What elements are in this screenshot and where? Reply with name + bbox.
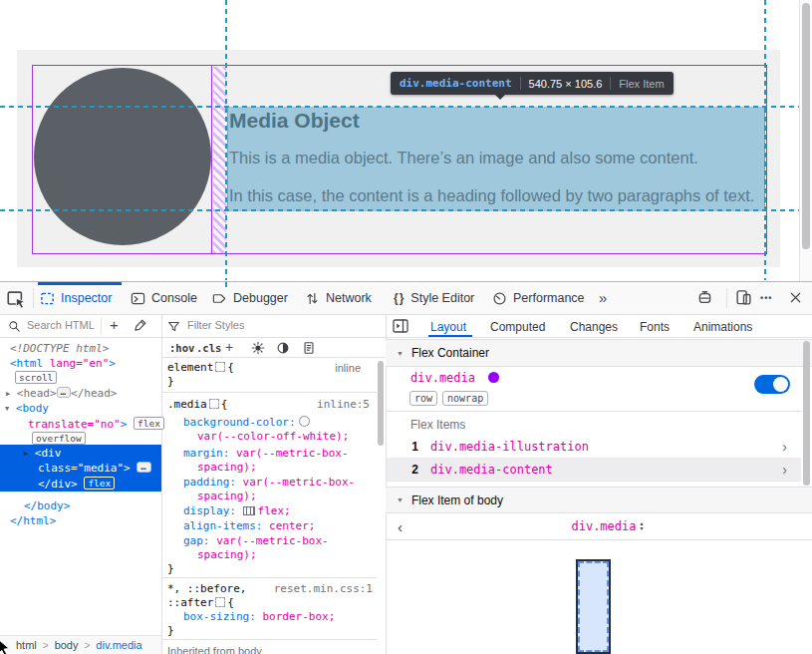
- filter-funnel-icon: [167, 320, 180, 333]
- eyedropper-button[interactable]: [134, 318, 147, 336]
- section-twisty-icon[interactable]: ▼: [397, 496, 404, 503]
- page-paragraph-1: This is a media object. There’s an image…: [229, 149, 698, 167]
- style-editor-icon: {}: [394, 291, 405, 305]
- class-toggle[interactable]: .cls: [196, 342, 221, 354]
- scroll-badge[interactable]: scroll: [15, 371, 57, 385]
- rule-element[interactable]: element{: [167, 361, 234, 375]
- markup-body-close[interactable]: </body>: [24, 499, 70, 513]
- expand-ellipsis-badge[interactable]: …: [136, 462, 150, 473]
- breadcrumb-body[interactable]: body: [55, 639, 79, 651]
- tab-changes[interactable]: Changes: [570, 320, 618, 334]
- expand-ellipsis-badge[interactable]: …: [57, 387, 71, 398]
- meatball-menu-button[interactable]: •••: [760, 293, 772, 303]
- css-declaration[interactable]: padding: var(--metric-box-: [183, 476, 355, 490]
- tab-style-editor[interactable]: {} Style Editor: [394, 282, 474, 314]
- breadcrumb-div-media[interactable]: div.media: [96, 639, 141, 651]
- selected-div-close[interactable]: </div> flex: [38, 477, 115, 491]
- flex-item-of-body-section-header[interactable]: ▼ Flex Item of body: [386, 487, 812, 513]
- pseudo-class-toggle[interactable]: :hov: [169, 342, 194, 354]
- flex-item-sizing-diagram: [576, 559, 611, 654]
- media-illustration-circle: [34, 68, 211, 245]
- rule-reset-source-link[interactable]: reset.min.css:1: [274, 582, 373, 596]
- filter-styles-input[interactable]: [185, 318, 269, 332]
- add-node-button[interactable]: +: [110, 316, 119, 333]
- toolbar-separator: [726, 288, 727, 308]
- selected-node-div-media[interactable]: ▶ <div class="media"> … </div> flex: [0, 445, 161, 491]
- styles-scrollbar-thumb[interactable]: [378, 361, 384, 446]
- section-twisty-icon[interactable]: ▼: [397, 350, 404, 357]
- flex-highlighter-toggle[interactable]: [754, 375, 790, 394]
- search-html-input[interactable]: [25, 318, 99, 332]
- css-declaration[interactable]: background-color:: [183, 416, 310, 430]
- rule-element-source-link[interactable]: inline: [335, 361, 361, 375]
- responsive-design-mode-button[interactable]: [735, 289, 752, 310]
- tab-network[interactable]: Network: [305, 282, 372, 314]
- add-rule-button[interactable]: +: [225, 339, 233, 355]
- sidebar-tabs-border: [386, 337, 812, 338]
- flex-item-row-1[interactable]: 1 div.media-illustration ›: [387, 435, 801, 458]
- breadcrumb-html[interactable]: html: [16, 639, 37, 651]
- page-heading: Media Object: [229, 109, 360, 133]
- close-devtools-button[interactable]: [788, 290, 803, 309]
- chevron-left-icon[interactable]: ‹: [398, 518, 403, 535]
- flex-container-section-header[interactable]: ▼ Flex Container: [386, 339, 812, 367]
- selected-div-attr[interactable]: class="media"> …: [38, 462, 151, 476]
- color-swatch[interactable]: [299, 416, 310, 427]
- mouse-cursor: [0, 640, 12, 654]
- tab-layout[interactable]: Layout: [430, 320, 466, 334]
- sidebar-toggle-button[interactable]: [393, 319, 408, 337]
- flex-guide-horizontal-top: [0, 106, 799, 108]
- flex-container-selector[interactable]: div.media: [410, 371, 499, 385]
- markup-html-close[interactable]: </html>: [10, 514, 56, 528]
- selector-highlighter-icon[interactable]: [209, 399, 219, 409]
- markup-doctype[interactable]: <!DOCTYPE html>: [10, 342, 109, 356]
- flex-wrap-badge: nowrap: [442, 391, 488, 406]
- css-declaration[interactable]: margin: var(--metric-box-: [183, 447, 349, 461]
- rule-reset-selector-2: ::after{: [167, 596, 234, 610]
- markup-html-open[interactable]: <html lang="en">: [10, 357, 116, 371]
- layout-scrollbar-thumb[interactable]: [803, 341, 810, 486]
- css-declaration[interactable]: gap: var(--metric-box-: [183, 534, 329, 548]
- markup-body-attr[interactable]: translate="no"> flex: [28, 417, 164, 432]
- flex-item-selector-picker[interactable]: div.media ▴▾: [571, 519, 643, 533]
- layout-divider: [386, 539, 812, 540]
- selector-highlighter-icon[interactable]: [215, 597, 225, 607]
- body-flex-badge[interactable]: flex: [134, 417, 164, 430]
- flex-item-row-2[interactable]: 2 div.media-content ›: [387, 458, 801, 482]
- tab-performance[interactable]: Performance: [492, 282, 585, 314]
- tab-fonts[interactable]: Fonts: [640, 320, 670, 334]
- flex-direction-badges: row nowrap: [409, 391, 488, 406]
- tab-console[interactable]: Console: [131, 282, 197, 314]
- css-declaration-continued: spacing);: [197, 461, 257, 475]
- breadcrumb: html > body > div.media: [0, 635, 161, 654]
- flex-direction-badge: row: [409, 391, 437, 406]
- markup-styles-divider[interactable]: [161, 314, 162, 654]
- tab-computed[interactable]: Computed: [490, 320, 545, 334]
- flex-item-selector: div.media-content: [430, 463, 553, 477]
- overflow-badge[interactable]: overflow: [32, 432, 86, 446]
- screenshot-button[interactable]: [696, 289, 713, 310]
- rule-reset-selector-1: *, ::before,: [167, 582, 246, 596]
- css-declaration-continued: spacing);: [197, 490, 257, 503]
- css-declaration-continued: var(--color-off-white);: [197, 430, 349, 444]
- rule-media[interactable]: .media{: [167, 398, 227, 412]
- css-declaration[interactable]: box-sizing: border-box;: [183, 610, 335, 624]
- page-scrollbar-thumb[interactable]: [802, 3, 810, 249]
- rule-media-close: }: [167, 562, 174, 576]
- markup-body-open[interactable]: ▼ <body: [5, 402, 49, 416]
- document-icon: [302, 341, 316, 355]
- tab-animations[interactable]: Animations: [693, 320, 752, 334]
- div-flex-badge[interactable]: flex: [84, 477, 115, 490]
- rule-media-source-link[interactable]: inline:5: [317, 398, 370, 412]
- css-declaration[interactable]: align-items: center;: [183, 519, 315, 533]
- css-declaration-display[interactable]: display: flex;: [183, 504, 291, 518]
- selected-div-open[interactable]: ▶ <div: [24, 447, 61, 461]
- selector-highlighter-icon[interactable]: [215, 362, 225, 372]
- tab-inspector[interactable]: Inspector: [40, 282, 112, 314]
- more-tabs-button[interactable]: »: [599, 289, 607, 306]
- highlighter-color-dot[interactable]: [488, 372, 499, 383]
- flexbox-highlighter-icon[interactable]: [243, 506, 255, 515]
- markup-head-row[interactable]: ▶ <head>…</head>: [6, 387, 117, 401]
- pick-element-button[interactable]: [7, 289, 27, 313]
- tab-debugger[interactable]: Debugger: [212, 282, 288, 314]
